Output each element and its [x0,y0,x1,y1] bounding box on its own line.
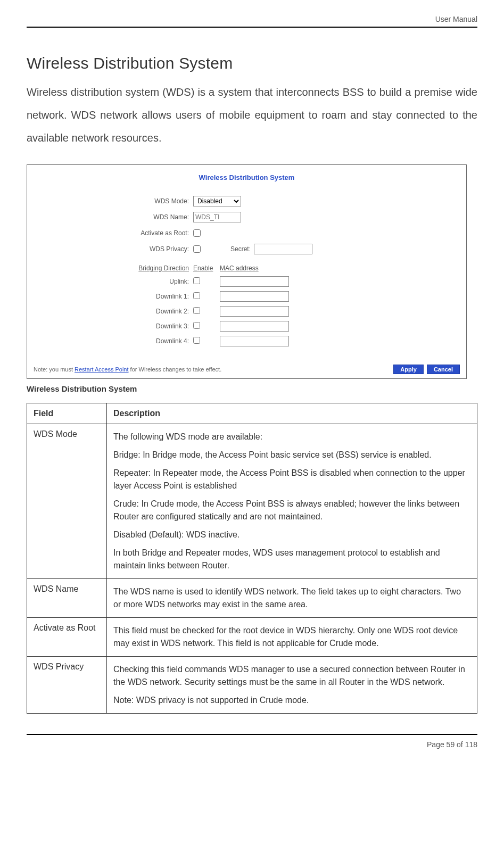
table-row: WDS Name The WDS name is used to identif… [27,579,477,618]
desc-cell: This field must be checked for the root … [107,618,477,657]
page-header: User Manual [27,11,477,28]
downlink2-mac-input[interactable] [220,306,289,317]
field-cell: Activate as Root [27,618,107,657]
bridge-header: Bridging Direction Enable MAC address [34,264,460,272]
wds-panel: Wireless Distribution System WDS Mode: D… [27,164,467,379]
secret-label: Secret: [230,245,251,253]
desc-para: Crude: In Crude mode, the Access Point B… [113,498,470,523]
downlink2-enable-checkbox[interactable] [193,307,200,314]
panel-title: Wireless Distribution System [34,173,460,181]
figure-caption: Wireless Distribution System [27,384,477,393]
bridge-row: Downlink 3: [34,319,460,334]
bridge-row-label: Downlink 2: [34,308,193,315]
downlink4-mac-input[interactable] [220,336,289,346]
page-footer: Page 59 of 118 [27,734,477,749]
desc-cell: Checking this field commands WDS manager… [107,657,477,714]
bridge-row-label: Downlink 3: [34,322,193,330]
mac-header: MAC address [220,264,259,272]
bridge-row-label: Downlink 4: [34,337,193,345]
intro-paragraph: Wireless distribution system (WDS) is a … [27,81,477,150]
field-cell: WDS Name [27,579,107,618]
wds-privacy-checkbox[interactable] [193,245,201,253]
desc-para: This field must be checked for the root … [113,624,470,650]
field-cell: WDS Mode [27,424,107,579]
bridge-row: Uplink: [34,274,460,289]
desc-para: Bridge: In Bridge mode, the Access Point… [113,449,470,461]
wds-mode-label: WDS Mode: [34,197,193,205]
downlink1-enable-checkbox[interactable] [193,292,200,299]
desc-para: In both Bridge and Repeater modes, WDS u… [113,547,470,572]
field-cell: WDS Privacy [27,657,107,714]
table-row: WDS Mode The following WDS mode are avai… [27,424,477,579]
desc-cell: The following WDS mode are available: Br… [107,424,477,579]
secret-input[interactable] [254,244,312,254]
downlink3-enable-checkbox[interactable] [193,322,200,329]
apply-button[interactable]: Apply [393,365,424,374]
activate-root-checkbox[interactable] [193,229,201,237]
desc-cell: The WDS name is used to identify WDS net… [107,579,477,618]
wds-mode-select[interactable]: Disabled [193,196,241,206]
wds-name-label: WDS Name: [34,213,193,221]
th-field: Field [27,403,107,424]
bridge-row-label: Uplink: [34,278,193,285]
panel-note: Note: you must Restart Access Point for … [34,366,221,373]
bridge-row: Downlink 1: [34,289,460,304]
bridge-row: Downlink 4: [34,334,460,349]
section-title: Wireless Distribution System [27,54,477,72]
restart-link[interactable]: Restart Access Point [75,366,129,373]
note-prefix: Note: you must [34,366,75,373]
table-row: WDS Privacy Checking this field commands… [27,657,477,714]
downlink1-mac-input[interactable] [220,291,289,302]
desc-para: The WDS name is used to identify WDS net… [113,585,470,611]
bridge-row: Downlink 2: [34,304,460,319]
wds-privacy-label: WDS Privacy: [34,245,193,253]
uplink-enable-checkbox[interactable] [193,277,200,284]
enable-header: Enable [193,264,220,272]
bridging-direction-header: Bridging Direction [34,264,193,272]
th-description: Description [107,403,477,424]
wds-name-input[interactable] [193,212,241,222]
desc-para: Disabled (Default): WDS inactive. [113,528,470,541]
table-row: Activate as Root This field must be chec… [27,618,477,657]
activate-root-label: Activate as Root: [34,229,193,237]
desc-para: Note: WDS privacy is not supported in Cr… [113,694,470,707]
bridge-row-label: Downlink 1: [34,293,193,300]
downlink3-mac-input[interactable] [220,321,289,332]
desc-para: Checking this field commands WDS manager… [113,663,470,689]
desc-para: Repeater: In Repeater mode, the Access P… [113,467,470,492]
downlink4-enable-checkbox[interactable] [193,337,200,344]
desc-para: The following WDS mode are available: [113,431,470,443]
note-suffix: for Wireless changes to take effect. [129,366,222,373]
description-table: Field Description WDS Mode The following… [27,403,477,714]
cancel-button[interactable]: Cancel [427,365,460,374]
uplink-mac-input[interactable] [220,276,289,287]
